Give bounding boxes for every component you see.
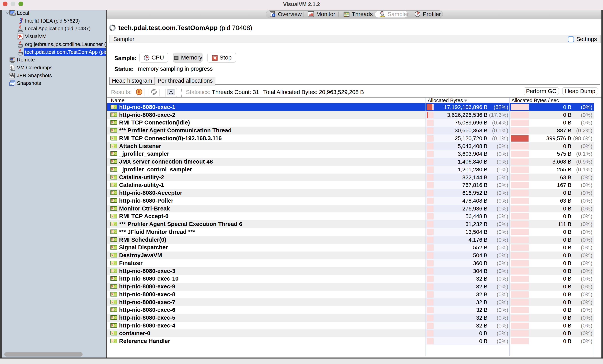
svg-text:i: i (273, 14, 274, 17)
